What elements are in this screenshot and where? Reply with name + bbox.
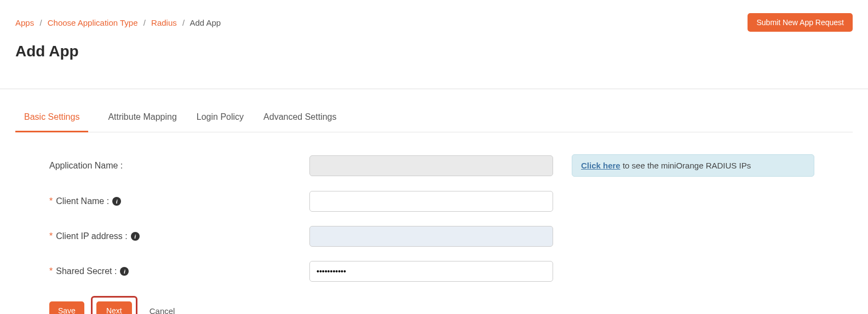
client-name-input[interactable] xyxy=(309,191,553,212)
breadcrumb-sep: / xyxy=(143,18,146,27)
breadcrumb-radius[interactable]: Radius xyxy=(151,18,177,27)
tab-login-policy[interactable]: Login Policy xyxy=(197,103,244,132)
action-bar: Save Next Cancel xyxy=(49,296,819,314)
client-ip-label: * Client IP address : i xyxy=(49,231,309,241)
next-button[interactable]: Next xyxy=(96,301,132,314)
tab-basic-settings[interactable]: Basic Settings xyxy=(15,103,88,132)
shared-secret-input[interactable] xyxy=(309,261,553,282)
info-icon[interactable]: i xyxy=(120,267,129,276)
save-button[interactable]: Save xyxy=(49,301,84,314)
radius-ip-info-box: Click here to see the miniOrange RADIUS … xyxy=(572,154,814,177)
required-asterisk: * xyxy=(49,231,53,241)
breadcrumb-choose-type[interactable]: Choose Application Type xyxy=(48,18,138,27)
breadcrumb-current: Add App xyxy=(189,18,221,27)
application-name-label: Application Name : xyxy=(49,161,309,171)
page-title: Add App xyxy=(15,43,853,60)
shared-secret-label: * Shared Secret : i xyxy=(49,266,309,276)
info-icon[interactable]: i xyxy=(112,197,121,206)
tab-advanced-settings[interactable]: Advanced Settings xyxy=(263,103,336,132)
required-asterisk: * xyxy=(49,196,53,206)
next-button-highlight: Next xyxy=(91,296,137,314)
application-name-input xyxy=(309,155,553,176)
breadcrumb-sep: / xyxy=(39,18,42,27)
breadcrumb-sep: / xyxy=(182,18,185,27)
client-name-label: * Client Name : i xyxy=(49,196,309,206)
click-here-link[interactable]: Click here xyxy=(581,161,620,170)
info-icon[interactable]: i xyxy=(131,232,140,241)
cancel-link[interactable]: Cancel xyxy=(150,306,175,315)
tabs: Basic Settings Attribute Mapping Login P… xyxy=(15,103,853,132)
submit-new-app-request-button[interactable]: Submit New App Request xyxy=(748,13,853,32)
breadcrumb-apps[interactable]: Apps xyxy=(15,18,34,27)
info-rest-text: to see the miniOrange RADIUS IPs xyxy=(620,161,751,170)
tab-attribute-mapping[interactable]: Attribute Mapping xyxy=(108,103,176,132)
breadcrumb: Apps / Choose Application Type / Radius … xyxy=(15,18,221,27)
divider xyxy=(0,89,868,89)
client-ip-input[interactable] xyxy=(309,226,553,247)
required-asterisk: * xyxy=(49,266,53,276)
